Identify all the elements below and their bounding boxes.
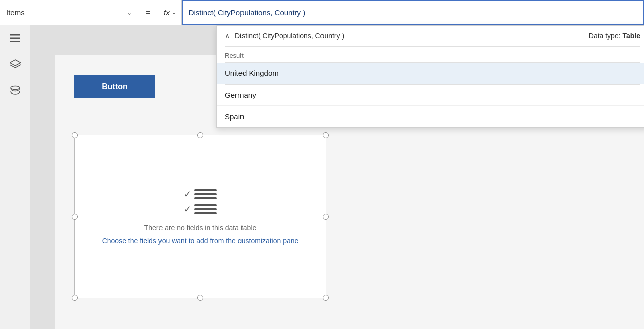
dropdown-item-spain[interactable]: Spain <box>217 106 644 127</box>
line-bar <box>194 204 217 206</box>
gallery-link-text[interactable]: Choose the fields you want to add from t… <box>102 237 299 245</box>
fx-chevron-icon: ⌄ <box>172 9 176 16</box>
gallery-icon-area: ✓ ✓ <box>184 189 217 215</box>
gallery-content: ✓ ✓ <box>75 135 326 298</box>
line-bar <box>194 189 217 191</box>
svg-rect-1 <box>10 38 20 39</box>
items-label: Items <box>6 8 25 17</box>
svg-rect-0 <box>10 34 20 36</box>
check-mark-2: ✓ <box>184 204 191 215</box>
check-line-2: ✓ <box>184 204 217 215</box>
sidebar-item-database[interactable] <box>7 83 23 99</box>
top-bar: Items ⌄ = fx ⌄ ∧ Distinct( CityPopulatio… <box>0 0 644 25</box>
canvas-button-element[interactable]: Button <box>74 75 155 98</box>
checklist-icon: ✓ ✓ <box>184 189 217 215</box>
left-sidebar <box>0 25 30 329</box>
dropdown-header: ∧ Distinct( CityPopulations, Country ) D… <box>217 26 644 46</box>
formula-dropdown: ∧ Distinct( CityPopulations, Country ) D… <box>216 25 644 128</box>
line-bar <box>194 193 217 195</box>
handle-tl[interactable] <box>72 132 78 138</box>
sidebar-item-hamburger[interactable] <box>7 30 23 46</box>
formula-input[interactable] <box>182 0 644 25</box>
fx-label: fx <box>164 8 170 17</box>
svg-rect-2 <box>10 41 20 42</box>
hamburger-menu-icon <box>10 34 20 42</box>
gallery-empty-text: There are no fields in this data table <box>144 224 257 232</box>
handle-tr[interactable] <box>323 132 329 138</box>
dropdown-formula-title: Distinct( CityPopulations, Country ) <box>235 32 589 40</box>
handle-tc[interactable] <box>197 132 203 138</box>
collapse-icon[interactable]: ∧ <box>225 32 230 40</box>
dropdown-item-uk[interactable]: United Kingdom <box>217 63 644 84</box>
check-line-1: ✓ <box>184 189 217 200</box>
database-icon <box>10 85 20 96</box>
fx-button[interactable]: fx ⌄ <box>158 0 182 25</box>
dropdown-item-germany[interactable]: Germany <box>217 85 644 106</box>
dropdown-section-header: Result <box>217 47 644 62</box>
check-mark-1: ✓ <box>184 189 191 200</box>
line-bars-2 <box>194 204 217 214</box>
canvas-gallery-element[interactable]: ✓ ✓ <box>74 135 326 298</box>
equals-sign: = <box>138 8 158 17</box>
handle-bl[interactable] <box>72 295 78 301</box>
line-bar <box>194 197 217 199</box>
svg-marker-3 <box>10 60 21 66</box>
handle-br[interactable] <box>323 295 329 301</box>
sidebar-item-layers[interactable] <box>7 56 23 72</box>
handle-mr[interactable] <box>323 214 329 220</box>
items-dropdown[interactable]: Items ⌄ <box>0 0 138 25</box>
handle-bc[interactable] <box>197 295 203 301</box>
line-bar <box>194 212 217 214</box>
dropdown-datatype: Data type: Table <box>589 32 640 40</box>
layers-icon <box>10 59 21 69</box>
chevron-down-icon: ⌄ <box>127 9 132 16</box>
line-bar <box>194 208 217 210</box>
svg-point-4 <box>11 86 20 90</box>
handle-ml[interactable] <box>72 214 78 220</box>
line-bars-1 <box>194 189 217 199</box>
